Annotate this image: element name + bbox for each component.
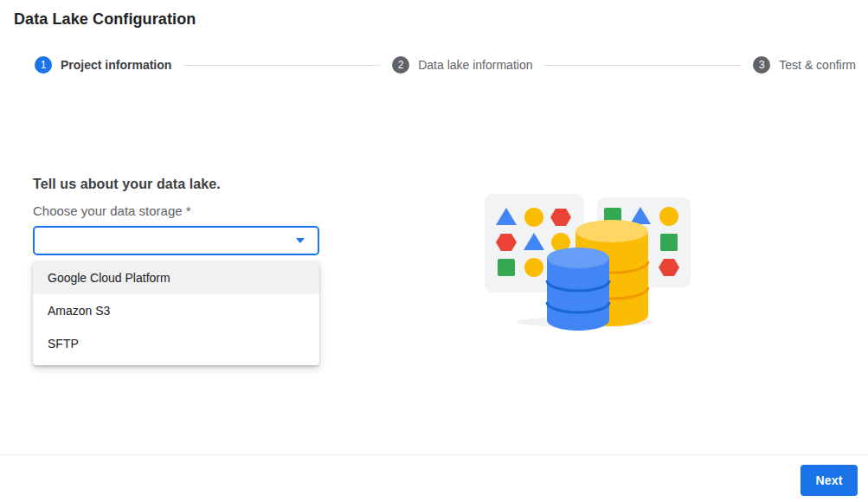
yellow-circle-icon	[524, 208, 543, 227]
data-storage-field-label: Choose your data storage *	[33, 203, 319, 218]
green-square-icon	[660, 234, 678, 251]
wizard-stepper: 1 Project information 2 Data lake inform…	[35, 55, 856, 74]
data-storage-dropdown-menu: Google Cloud Platform Amazon S3 SFTP	[33, 261, 319, 365]
cylinder-blue-top	[547, 248, 609, 268]
yellow-circle-icon	[524, 258, 543, 277]
step-data-lake-information[interactable]: 2 Data lake information	[392, 56, 532, 74]
step-2-label: Data lake information	[418, 58, 532, 72]
data-storage-select[interactable]	[33, 226, 319, 255]
step-3-number-badge: 3	[753, 56, 770, 74]
option-sftp[interactable]: SFTP	[33, 327, 319, 360]
yellow-circle-icon	[659, 207, 678, 226]
step-test-confirm[interactable]: 3 Test & confirm	[753, 56, 856, 74]
step-1-label: Project information	[61, 58, 171, 72]
section-heading: Tell us about your data lake.	[33, 177, 319, 192]
option-amazon-s3[interactable]: Amazon S3	[33, 294, 319, 327]
cylinder-blue-body	[547, 258, 609, 331]
step-project-information[interactable]: 1 Project information	[35, 56, 171, 74]
data-lake-configuration-page: Data Lake Configuration 1 Project inform…	[0, 0, 868, 502]
data-lake-illustration	[483, 192, 691, 331]
step-3-label: Test & confirm	[779, 58, 856, 72]
step-connector-line	[544, 65, 741, 66]
next-button[interactable]: Next	[800, 465, 858, 496]
page-title: Data Lake Configuration	[14, 10, 196, 29]
chevron-down-icon	[296, 238, 305, 243]
green-square-icon	[498, 259, 515, 276]
step-connector-line	[183, 65, 380, 66]
step-1-number-badge: 1	[35, 56, 52, 74]
cylinder-yellow-top	[575, 220, 648, 242]
step-2-number-badge: 2	[392, 56, 409, 74]
database-cylinder-blue	[547, 248, 609, 331]
option-google-cloud-platform[interactable]: Google Cloud Platform	[33, 261, 319, 294]
footer-divider	[0, 454, 868, 455]
data-lake-form: Tell us about your data lake. Choose you…	[33, 177, 319, 365]
